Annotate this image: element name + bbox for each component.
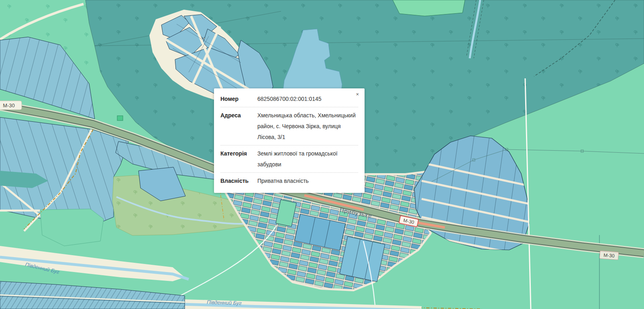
field-label: Категорія	[220, 148, 257, 170]
svg-text:М-30: М-30	[603, 252, 615, 259]
parcel-info-popup: × Номер 6825086700:02:001:0145 Адреса Хм…	[214, 88, 365, 193]
cadastral-map-app: М-30 М-30 М-30 Прибузьке Південний Буг П…	[0, 0, 644, 309]
cadastral-number-value: 6825086700:02:001:0145	[257, 94, 358, 104]
popup-row-ownership: Власність Приватна власність	[220, 173, 358, 189]
category-value: Землі житлової та громадської забудови	[257, 148, 358, 170]
field-label: Адреса	[220, 110, 257, 143]
popup-row-address: Адреса Хмельницька область, Хмельницький…	[220, 107, 358, 145]
popup-row-number: Номер 6825086700:02:001:0145	[220, 91, 358, 107]
forest-clearing[interactable]	[393, 0, 465, 16]
river-name-label-2: Південний Буг	[207, 299, 242, 306]
highway-shield-right: М-30	[599, 251, 618, 260]
address-value: Хмельницька область, Хмельницький район,…	[257, 110, 358, 143]
popup-close-button[interactable]: ×	[354, 90, 361, 98]
small-pond	[117, 116, 123, 121]
field-label: Власність	[220, 176, 257, 186]
svg-text:М-30: М-30	[3, 102, 15, 108]
field-label: Номер	[220, 94, 257, 104]
highway-shield-left: М-30	[0, 101, 22, 110]
popup-row-category: Категорія Землі житлової та громадської …	[220, 145, 358, 173]
ownership-value: Приватна власність	[257, 176, 358, 186]
